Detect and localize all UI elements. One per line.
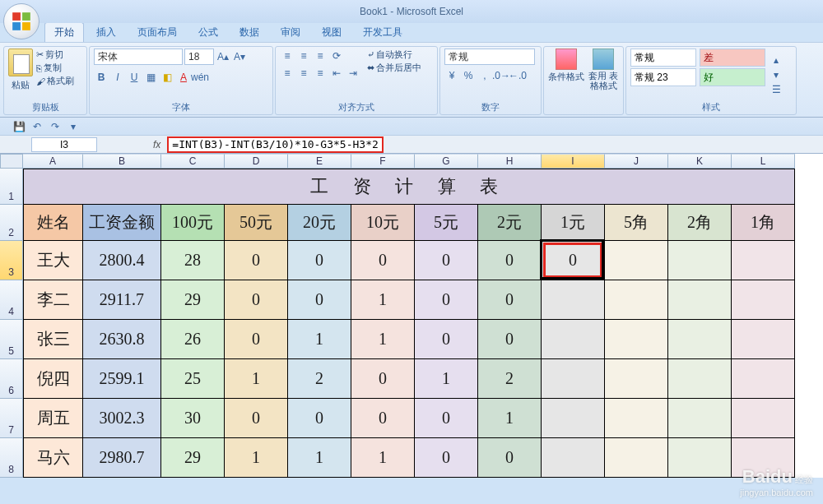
align-right-icon[interactable]: ≡	[313, 66, 328, 81]
header-cell[interactable]: 5角	[605, 205, 668, 241]
fill-color-button[interactable]: ◧	[160, 70, 174, 85]
header-cell[interactable]: 2元	[478, 205, 542, 241]
data-cell[interactable]	[605, 438, 668, 478]
ribbon-tab-1[interactable]: 插入	[87, 23, 125, 42]
data-cell[interactable]	[668, 359, 732, 399]
formula-input[interactable]: =INT(B3)-INT(B3/10)*10-G3*5-H3*2	[167, 136, 383, 153]
col-header-E[interactable]: E	[288, 154, 351, 169]
data-cell[interactable]: 0	[415, 438, 478, 478]
data-cell[interactable]	[605, 359, 668, 399]
col-header-H[interactable]: H	[478, 154, 542, 169]
copy-button[interactable]: ⎘复制	[36, 62, 74, 74]
data-cell[interactable]: 0	[351, 399, 415, 438]
data-cell[interactable]: 倪四	[23, 359, 83, 399]
data-cell[interactable]	[668, 320, 732, 359]
font-size-select[interactable]	[184, 49, 214, 65]
data-cell[interactable]: 0	[225, 320, 288, 359]
undo-icon[interactable]: ↶	[30, 119, 44, 134]
data-cell[interactable]: 0	[288, 241, 351, 280]
data-cell[interactable]	[732, 280, 795, 320]
data-cell[interactable]: 1	[415, 359, 478, 399]
percent-icon[interactable]: %	[461, 68, 476, 83]
decrease-decimal-icon[interactable]: ←.0	[510, 68, 525, 83]
font-color-button[interactable]: A	[176, 70, 191, 85]
align-left-icon[interactable]: ≡	[280, 66, 295, 81]
data-cell[interactable]: 0	[415, 399, 478, 438]
data-cell[interactable]: 1	[351, 320, 415, 359]
align-top-icon[interactable]: ≡	[280, 49, 295, 63]
data-cell[interactable]: 马六	[23, 438, 83, 478]
data-cell[interactable]	[732, 241, 795, 280]
data-cell[interactable]: 0	[225, 399, 288, 438]
indent-dec-icon[interactable]: ⇤	[329, 66, 344, 81]
ribbon-tab-3[interactable]: 公式	[189, 23, 227, 42]
increase-decimal-icon[interactable]: .0→	[494, 68, 509, 83]
office-button[interactable]	[3, 3, 40, 39]
style-scroll-down-icon[interactable]: ▾	[769, 67, 783, 82]
data-cell[interactable]	[668, 438, 732, 478]
data-cell[interactable]: 0	[415, 241, 478, 280]
data-cell[interactable]: 2980.7	[83, 438, 161, 478]
align-bottom-icon[interactable]: ≡	[313, 49, 328, 63]
data-cell[interactable]: 0	[225, 241, 288, 280]
data-cell[interactable]	[542, 399, 605, 438]
data-cell[interactable]: 0	[351, 359, 415, 399]
data-cell[interactable]: 1	[225, 438, 288, 478]
align-middle-icon[interactable]: ≡	[296, 49, 311, 63]
data-cell[interactable]: 0	[351, 241, 415, 280]
data-cell[interactable]: 李二	[23, 280, 83, 320]
underline-button[interactable]: U	[127, 70, 142, 85]
row-header-7[interactable]: 7	[0, 399, 23, 438]
fx-icon[interactable]: fx	[153, 139, 160, 150]
col-header-I[interactable]: I	[542, 154, 605, 169]
ribbon-tab-7[interactable]: 开发工具	[354, 23, 412, 42]
data-cell[interactable]: 0	[288, 399, 351, 438]
comma-icon[interactable]: ,	[477, 68, 492, 83]
data-cell[interactable]: 28	[161, 241, 225, 280]
decrease-font-icon[interactable]: A▾	[232, 49, 247, 64]
ribbon-tab-5[interactable]: 审阅	[272, 23, 309, 42]
data-cell[interactable]: 29	[161, 438, 225, 478]
header-cell[interactable]: 1元	[542, 205, 605, 241]
data-cell[interactable]: 0	[478, 280, 542, 320]
ribbon-tab-0[interactable]: 开始	[44, 22, 84, 42]
data-cell[interactable]: 25	[161, 359, 225, 399]
data-cell[interactable]: 0	[288, 280, 351, 320]
font-name-select[interactable]	[94, 49, 183, 65]
header-cell[interactable]: 20元	[288, 205, 351, 241]
data-cell[interactable]	[542, 320, 605, 359]
data-cell[interactable]: 26	[161, 320, 225, 359]
col-header-D[interactable]: D	[225, 154, 288, 169]
style-normal23[interactable]: 常规 23	[630, 68, 696, 86]
col-header-K[interactable]: K	[668, 154, 732, 169]
data-cell[interactable]: 29	[161, 280, 225, 320]
row-header-5[interactable]: 5	[0, 320, 23, 359]
select-all-corner[interactable]	[0, 154, 23, 169]
orientation-icon[interactable]: ⟳	[329, 49, 344, 63]
merge-center-button[interactable]: ⬌合并后居中	[367, 62, 421, 74]
data-cell[interactable]: 2911.7	[83, 280, 161, 320]
table-format-button[interactable]: 套用 表格格式	[588, 71, 619, 90]
ribbon-tab-4[interactable]: 数据	[230, 23, 268, 42]
header-cell[interactable]: 1角	[732, 205, 795, 241]
number-format-select[interactable]	[444, 49, 535, 65]
data-cell[interactable]	[732, 399, 795, 438]
col-header-A[interactable]: A	[23, 154, 83, 169]
data-cell[interactable]: 2	[288, 359, 351, 399]
data-cell[interactable]: 王大	[23, 241, 83, 280]
row-header-3[interactable]: 3	[0, 241, 23, 280]
style-bad[interactable]: 差	[700, 49, 765, 67]
data-cell[interactable]	[732, 359, 795, 399]
data-cell[interactable]: 0	[478, 320, 542, 359]
data-cell[interactable]	[542, 359, 605, 399]
increase-font-icon[interactable]: A▴	[216, 49, 230, 64]
row-header-8[interactable]: 8	[0, 438, 23, 478]
data-cell[interactable]	[542, 438, 605, 478]
data-cell[interactable]: 3002.3	[83, 399, 161, 438]
border-button[interactable]: ▦	[143, 70, 158, 85]
header-cell[interactable]: 50元	[225, 205, 288, 241]
style-normal[interactable]: 常规	[630, 49, 696, 67]
data-cell[interactable]	[605, 399, 668, 438]
data-cell[interactable]: 1	[351, 438, 415, 478]
col-header-G[interactable]: G	[415, 154, 478, 169]
